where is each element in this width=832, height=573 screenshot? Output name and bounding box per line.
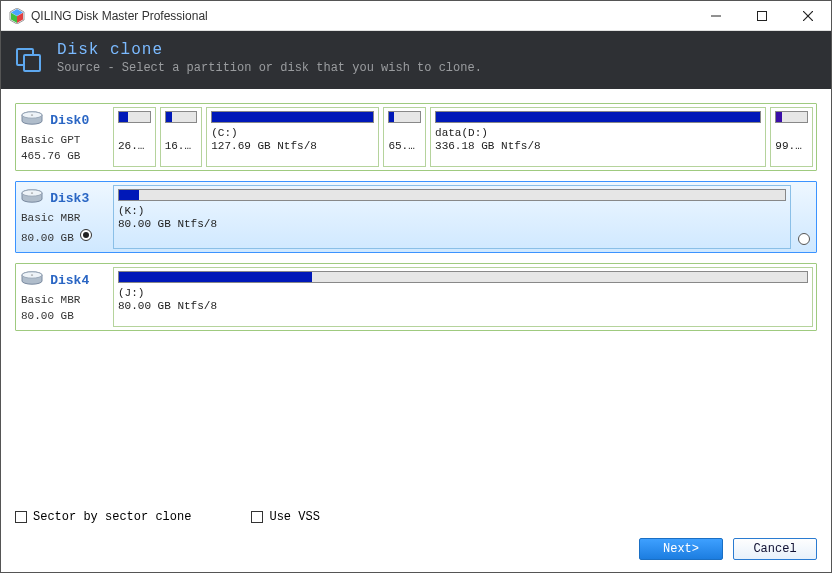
cancel-button[interactable]: Cancel bbox=[733, 538, 817, 560]
partition-size: 99... bbox=[775, 140, 808, 153]
options-row: Sector by sector clone Use VSS bbox=[1, 504, 831, 530]
disk-size: 465.76 GB bbox=[21, 149, 109, 163]
partition-size: 65... bbox=[388, 140, 421, 153]
app-icon bbox=[9, 8, 25, 24]
partition-label bbox=[118, 127, 151, 140]
close-button[interactable] bbox=[785, 1, 831, 30]
partition-usage-bar bbox=[211, 111, 374, 123]
page-subtitle: Source - Select a partition or disk that… bbox=[57, 61, 482, 75]
checkbox-box bbox=[251, 511, 263, 523]
sector-by-sector-checkbox[interactable]: Sector by sector clone bbox=[15, 510, 191, 524]
page-title: Disk clone bbox=[57, 41, 482, 59]
window-title: QILING Disk Master Professional bbox=[31, 9, 208, 23]
partition-size: 80.00 GB Ntfs/8 bbox=[118, 218, 786, 231]
disk-head: Disk4 Basic MBR 80.00 GB bbox=[19, 267, 109, 327]
disk-size: 80.00 GB bbox=[21, 309, 109, 323]
disk-size: 80.00 GB bbox=[21, 227, 109, 245]
disk-clone-icon bbox=[15, 45, 43, 73]
partition-usage-bar bbox=[165, 111, 198, 123]
svg-rect-9 bbox=[24, 55, 40, 71]
svg-point-18 bbox=[31, 275, 33, 276]
partition[interactable]: 16... bbox=[160, 107, 203, 167]
svg-rect-5 bbox=[758, 11, 767, 20]
svg-point-12 bbox=[31, 115, 33, 116]
app-window: QILING Disk Master Professional Disk clo… bbox=[0, 0, 832, 573]
partition-label: data(D:) bbox=[435, 127, 761, 140]
partition-size: 26... bbox=[118, 140, 151, 153]
svg-point-15 bbox=[31, 193, 33, 194]
disk-icon bbox=[21, 189, 43, 209]
partition-label: (J:) bbox=[118, 287, 808, 300]
page-header: Disk clone Source - Select a partition o… bbox=[1, 31, 831, 89]
partition-usage-bar bbox=[118, 271, 808, 283]
partition-usage-bar bbox=[118, 189, 786, 201]
partition[interactable]: 26... bbox=[113, 107, 156, 167]
footer: Next> Cancel bbox=[1, 530, 831, 572]
disk-select-radio[interactable] bbox=[80, 229, 92, 245]
partition-label: (K:) bbox=[118, 205, 786, 218]
disk-head: Disk3 Basic MBR 80.00 GB bbox=[19, 185, 109, 249]
disk-row[interactable]: Disk4 Basic MBR 80.00 GB (J:) 80.00 GB N… bbox=[15, 263, 817, 331]
partition[interactable]: 99... bbox=[770, 107, 813, 167]
partition-list: (K:) 80.00 GB Ntfs/8 bbox=[113, 185, 791, 249]
disk-scheme: Basic GPT bbox=[21, 133, 109, 147]
partition[interactable]: (J:) 80.00 GB Ntfs/8 bbox=[113, 267, 813, 327]
disk-icon bbox=[21, 111, 43, 131]
disk-icon bbox=[21, 271, 43, 291]
checkbox-box bbox=[15, 511, 27, 523]
partition-size: 336.18 GB Ntfs/8 bbox=[435, 140, 761, 153]
partition-size: 16... bbox=[165, 140, 198, 153]
partition-size: 80.00 GB Ntfs/8 bbox=[118, 300, 808, 313]
partition-list: (J:) 80.00 GB Ntfs/8 bbox=[113, 267, 813, 327]
minimize-button[interactable] bbox=[693, 1, 739, 30]
disk-row[interactable]: Disk3 Basic MBR 80.00 GB (K:) 80.00 GB N… bbox=[15, 181, 817, 253]
window-controls bbox=[693, 1, 831, 30]
partition-label bbox=[388, 127, 421, 140]
disk-list: Disk0 Basic GPT 465.76 GB 26... 16... (C… bbox=[1, 89, 831, 504]
partition-usage-bar bbox=[388, 111, 421, 123]
partition-size: 127.69 GB Ntfs/8 bbox=[211, 140, 374, 153]
maximize-button[interactable] bbox=[739, 1, 785, 30]
disk-row[interactable]: Disk0 Basic GPT 465.76 GB 26... 16... (C… bbox=[15, 103, 817, 171]
checkbox-label: Sector by sector clone bbox=[33, 510, 191, 524]
partition-usage-bar bbox=[435, 111, 761, 123]
disk-scheme: Basic MBR bbox=[21, 293, 109, 307]
partition-select-radio[interactable] bbox=[795, 185, 813, 249]
partition-list: 26... 16... (C:) 127.69 GB Ntfs/8 65... … bbox=[113, 107, 813, 167]
checkbox-label: Use VSS bbox=[269, 510, 319, 524]
partition[interactable]: (C:) 127.69 GB Ntfs/8 bbox=[206, 107, 379, 167]
title-bar: QILING Disk Master Professional bbox=[1, 1, 831, 31]
partition[interactable]: (K:) 80.00 GB Ntfs/8 bbox=[113, 185, 791, 249]
partition-label bbox=[165, 127, 198, 140]
partition[interactable]: data(D:) 336.18 GB Ntfs/8 bbox=[430, 107, 766, 167]
disk-name: Disk3 bbox=[50, 191, 89, 206]
partition-label bbox=[775, 127, 808, 140]
partition-usage-bar bbox=[118, 111, 151, 123]
partition-usage-bar bbox=[775, 111, 808, 123]
use-vss-checkbox[interactable]: Use VSS bbox=[251, 510, 319, 524]
disk-head: Disk0 Basic GPT 465.76 GB bbox=[19, 107, 109, 167]
disk-name: Disk4 bbox=[50, 273, 89, 288]
disk-name: Disk0 bbox=[50, 113, 89, 128]
next-button[interactable]: Next> bbox=[639, 538, 723, 560]
disk-scheme: Basic MBR bbox=[21, 211, 109, 225]
partition-label: (C:) bbox=[211, 127, 374, 140]
partition[interactable]: 65... bbox=[383, 107, 426, 167]
